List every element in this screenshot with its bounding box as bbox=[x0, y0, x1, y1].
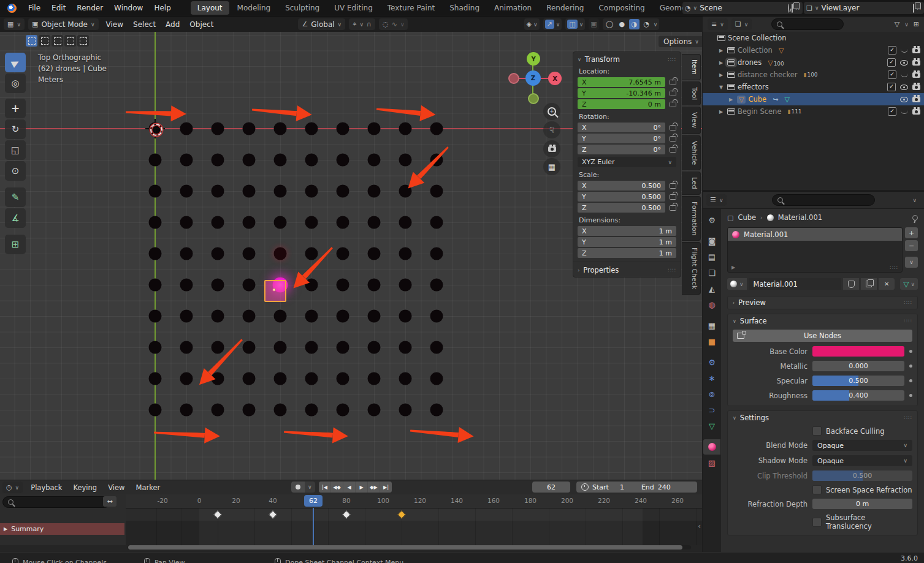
mode-dropdown[interactable]: ▣ Object Mode ∨ bbox=[28, 18, 99, 30]
select-mode-extend[interactable] bbox=[39, 35, 50, 47]
channel-search-input[interactable] bbox=[2, 496, 110, 508]
zoom-button[interactable]: + bbox=[543, 103, 560, 120]
expander-icon[interactable]: ▼ bbox=[717, 85, 725, 90]
unlock-icon[interactable] bbox=[670, 125, 676, 130]
tool-select-box[interactable]: ▶ bbox=[5, 53, 26, 72]
timeline-menu-view[interactable]: View bbox=[102, 483, 130, 492]
visibility-eye-icon[interactable] bbox=[900, 60, 908, 66]
panel-grip[interactable]: ∷∷ bbox=[668, 56, 676, 62]
animate-dot[interactable] bbox=[909, 379, 912, 382]
tool-annotate[interactable]: ✎ bbox=[5, 187, 26, 207]
select-mode-intersect[interactable] bbox=[77, 35, 89, 47]
shadow-mode-dropdown[interactable]: Opaque∨ bbox=[812, 455, 912, 466]
scale-x-field[interactable]: X0.500 bbox=[578, 181, 665, 191]
play-reverse-button[interactable]: ◀ bbox=[343, 482, 355, 493]
channel-expand-button[interactable]: ↔ bbox=[103, 496, 116, 507]
prev-keyframe-button[interactable]: ◀◆ bbox=[331, 482, 343, 493]
unlink-material-button[interactable]: ✕ bbox=[879, 278, 895, 290]
region-collapse-icon[interactable]: ‹ bbox=[698, 522, 701, 531]
unlock-icon[interactable] bbox=[670, 183, 676, 189]
workspace-tab-uv-editing[interactable]: UV Editing bbox=[327, 1, 380, 15]
animate-dot[interactable] bbox=[909, 394, 912, 397]
tool-cursor[interactable]: ◎ bbox=[5, 74, 26, 93]
exclude-checkbox[interactable]: ✓ bbox=[888, 70, 896, 79]
gizmo-toggle[interactable]: ◈∨ bbox=[524, 18, 539, 30]
scale-z-field[interactable]: Z0.500 bbox=[578, 203, 665, 213]
summary-channel[interactable]: ▶ Summary bbox=[0, 523, 124, 535]
visibility-eye-icon[interactable] bbox=[901, 48, 908, 53]
workspace-tab-sculpting[interactable]: Sculpting bbox=[278, 1, 326, 15]
properties-tab-object-data[interactable]: ▽ bbox=[703, 418, 720, 434]
surface-panel-header[interactable]: ∨ Surface ∷∷ bbox=[733, 317, 912, 325]
viewport-menu-object[interactable]: Object bbox=[185, 20, 218, 29]
wireframe-shading-icon[interactable]: ◯ bbox=[605, 19, 615, 29]
menu-file[interactable]: File bbox=[23, 0, 46, 16]
camera-view-button[interactable] bbox=[543, 140, 560, 157]
render-visibility-icon[interactable] bbox=[912, 97, 920, 102]
rotation-z-field[interactable]: Z0° bbox=[578, 145, 665, 154]
solid-shading-icon[interactable]: ● bbox=[617, 19, 627, 29]
menu-window[interactable]: Window bbox=[109, 0, 148, 16]
expander-icon[interactable]: ▶ bbox=[717, 48, 725, 53]
outliner-row-effectors[interactable]: ▼effectors✓ bbox=[703, 81, 924, 93]
workspace-tab-animation[interactable]: Animation bbox=[487, 1, 538, 15]
location-z-field[interactable]: Z0 m bbox=[578, 99, 665, 109]
workspace-tab-modeling[interactable]: Modeling bbox=[231, 1, 278, 15]
unlock-icon[interactable] bbox=[670, 205, 676, 211]
timeline-menu-marker[interactable]: Marker bbox=[130, 483, 166, 492]
rendered-shading-icon[interactable]: ◔ bbox=[641, 19, 652, 29]
outliner-row-distance-checker[interactable]: ▶distance checker▮100✓ bbox=[703, 69, 924, 81]
properties-tab-object[interactable]: ■ bbox=[703, 334, 720, 349]
orthographic-toggle-button[interactable]: ▦ bbox=[543, 158, 560, 175]
gizmo-axis-y-neg[interactable] bbox=[528, 93, 539, 104]
properties-tab-material[interactable] bbox=[703, 439, 720, 455]
outliner-row-cube[interactable]: ▶▽Cube↪▽ bbox=[703, 93, 924, 105]
current-frame-indicator[interactable]: 62 bbox=[304, 495, 323, 507]
timeline-menu-playback[interactable]: Playback bbox=[25, 483, 67, 492]
viewport-menu-view[interactable]: View bbox=[101, 20, 128, 29]
outliner-row-collection[interactable]: ▶Collection▽✓ bbox=[703, 44, 924, 56]
slot-specials-button[interactable]: ∨ bbox=[905, 257, 918, 268]
outliner-row-begin-scene[interactable]: ▶Begin Scene▮111✓ bbox=[703, 105, 924, 118]
add-slot-button[interactable]: + bbox=[905, 227, 918, 238]
npanel-tab-tool[interactable]: Tool bbox=[682, 81, 701, 105]
location-y-field[interactable]: Y-10.346 m bbox=[578, 88, 665, 98]
properties-tab-modifiers[interactable]: ⚙ bbox=[703, 355, 720, 370]
playhead[interactable] bbox=[313, 508, 314, 545]
unlock-icon[interactable] bbox=[670, 102, 676, 107]
jump-to-start-button[interactable]: |◀ bbox=[319, 482, 330, 493]
scene-name[interactable]: Scene bbox=[700, 4, 722, 12]
unlock-icon[interactable] bbox=[670, 136, 676, 142]
tool-move[interactable]: + bbox=[5, 99, 26, 118]
visibility-eye-icon[interactable] bbox=[901, 73, 908, 77]
npanel-tab-item[interactable]: Item bbox=[682, 54, 701, 80]
properties-options-icon[interactable]: ∨ bbox=[912, 197, 917, 203]
blend-mode-dropdown[interactable]: Opaque∨ bbox=[812, 440, 912, 451]
workspace-tab-rendering[interactable]: Rendering bbox=[540, 1, 590, 15]
expander-icon[interactable]: ▶ bbox=[727, 97, 735, 102]
gizmo-axis-y[interactable]: Y bbox=[527, 52, 540, 66]
viewport-menu-add[interactable]: Add bbox=[161, 20, 185, 29]
effector-cube-selected[interactable] bbox=[264, 280, 286, 302]
screen-space-refraction-checkbox[interactable] bbox=[812, 485, 822, 494]
material-preview-shading-icon[interactable]: ◑ bbox=[629, 19, 640, 29]
jump-to-end-button[interactable]: ▶| bbox=[380, 482, 392, 493]
scene-selector[interactable]: ◔∨ Scene ✕ bbox=[682, 2, 803, 14]
new-collection-icon[interactable]: ⊞ bbox=[914, 20, 919, 28]
timeline-scrollbar[interactable] bbox=[128, 545, 691, 550]
fake-user-button[interactable] bbox=[843, 278, 859, 290]
dopesheet-area[interactable]: -20020408010012014016018020022024026062 … bbox=[126, 494, 702, 545]
copy-material-button[interactable] bbox=[861, 278, 877, 290]
node-tree-dropdown[interactable]: ▽∨ bbox=[900, 278, 918, 290]
new-viewlayer-icon[interactable] bbox=[913, 4, 914, 12]
base-color-swatch[interactable] bbox=[812, 346, 904, 357]
animate-dot[interactable] bbox=[909, 350, 912, 353]
viewport-3d[interactable]: ▶◎+↻◱⊙✎∡⊞ Top Orthographic (62) drones |… bbox=[0, 32, 702, 480]
render-visibility-icon[interactable] bbox=[912, 85, 920, 90]
npanel-tab-flight-check[interactable]: Flight Check bbox=[682, 242, 701, 295]
viewlayer-selector[interactable]: ❏∨ ViewLayer ✕ bbox=[804, 2, 924, 14]
next-keyframe-button[interactable]: ◆▶ bbox=[368, 482, 380, 493]
render-visibility-icon[interactable] bbox=[912, 60, 920, 66]
properties-editor-type-button[interactable]: ☰∨ bbox=[706, 194, 727, 206]
unlock-icon[interactable] bbox=[670, 91, 676, 96]
